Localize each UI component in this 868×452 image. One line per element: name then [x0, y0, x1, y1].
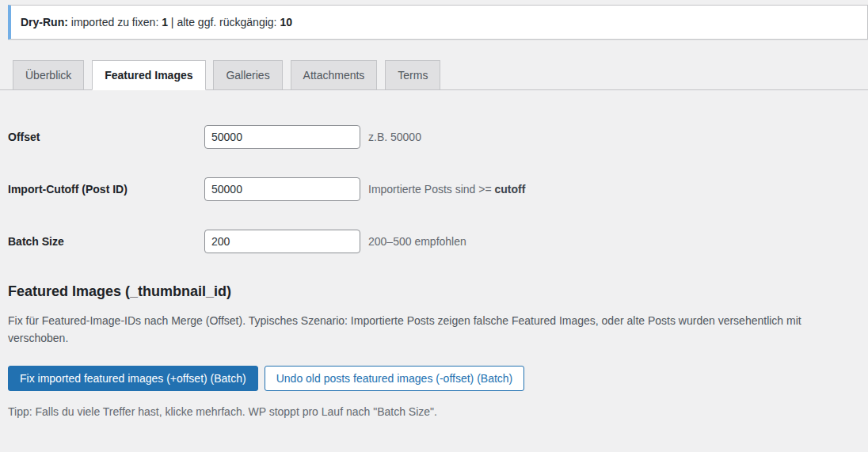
batch-size-label: Batch Size [8, 235, 204, 248]
import-cutoff-description-text: Importierte Posts sind >= [368, 183, 492, 196]
settings-form: Offset z.B. 50000 Import-Cutoff (Post ID… [0, 90, 868, 253]
import-cutoff-label: Import-Cutoff (Post ID) [8, 183, 204, 196]
undo-old-posts-featured-images-button[interactable]: Undo old posts featured images (-offset)… [265, 366, 525, 391]
import-cutoff-description-strong: cutoff [495, 183, 526, 196]
featured-images-section: Featured Images (_thumbnail_id) Fix für … [0, 282, 868, 418]
batch-size-description: 200–500 empfohlen [368, 235, 466, 248]
notice-undo-text: alte ggf. rückgängig: [177, 16, 276, 28]
offset-description: z.B. 50000 [368, 131, 421, 143]
tab-featured-images[interactable]: Featured Images [92, 60, 205, 90]
batch-size-input[interactable] [204, 230, 360, 253]
notice-label: Dry-Run: [21, 16, 68, 28]
notice-undo-count: 10 [280, 16, 292, 28]
section-description: Fix für Featured-Image-IDs nach Merge (O… [8, 313, 849, 347]
import-cutoff-description: Importierte Posts sind >= cutoff [368, 183, 525, 196]
notice-separator: | [171, 16, 174, 28]
tab-bar: Überblick Featured Images Galleries Atta… [0, 60, 868, 90]
batch-size-row: Batch Size 200–500 empfohlen [8, 230, 860, 253]
tab-galleries[interactable]: Galleries [213, 60, 282, 90]
offset-row: Offset z.B. 50000 [8, 125, 860, 149]
notice-fixen-text: imported zu fixen: [71, 16, 159, 28]
import-cutoff-row: Import-Cutoff (Post ID) Importierte Post… [8, 177, 860, 201]
section-title: Featured Images (_thumbnail_id) [8, 283, 860, 300]
fix-imported-featured-images-button[interactable]: Fix imported featured images (+offset) (… [8, 366, 258, 391]
tab-ueberblick[interactable]: Überblick [13, 60, 84, 90]
tab-terms[interactable]: Terms [385, 60, 440, 90]
tab-attachments[interactable]: Attachments [291, 60, 378, 90]
offset-label: Offset [8, 131, 204, 143]
action-buttons: Fix imported featured images (+offset) (… [8, 366, 860, 391]
tip-text: Tipp: Falls du viele Treffer hast, klick… [8, 405, 860, 418]
offset-input[interactable] [204, 125, 360, 149]
notice-fixen-count: 1 [162, 16, 168, 28]
import-cutoff-input[interactable] [204, 177, 360, 201]
dry-run-notice: Dry-Run: imported zu fixen: 1 | alte ggf… [8, 5, 868, 40]
